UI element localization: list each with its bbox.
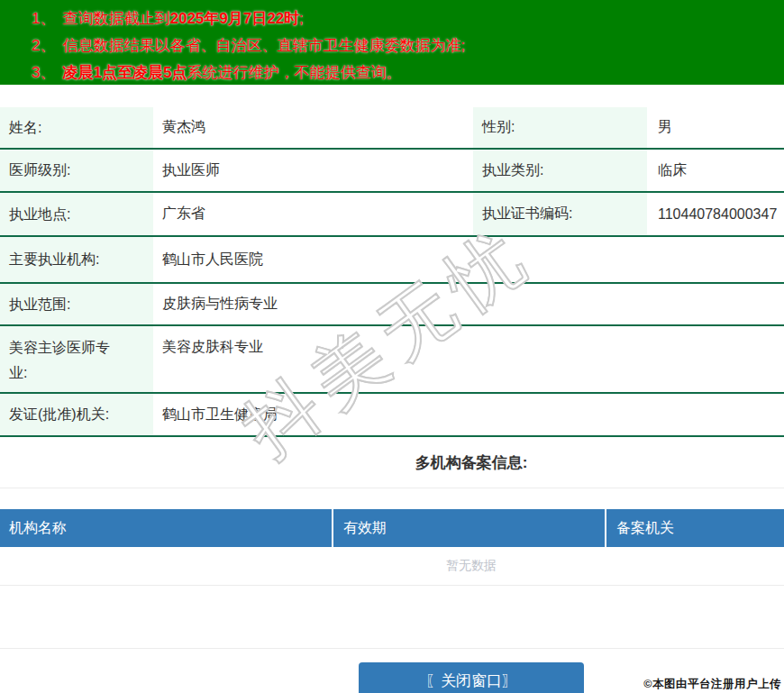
field-value-main-institution: 鹤山市人民医院 (153, 251, 784, 269)
notice-text: 信息数据结果以各省、自治区、直辖市卫生健康委数据为准; (62, 37, 465, 54)
field-value-issuing-authority: 鹤山市卫生健康局 (153, 406, 784, 424)
field-value-cert-number: 110440784000347 (647, 206, 784, 223)
table-row-name-gender: 姓名: 黄杰鸿 性别: 男 (0, 107, 784, 150)
field-value-name: 黄杰鸿 (153, 118, 473, 137)
close-window-button[interactable]: 〖关闭窗口〗 (359, 662, 584, 693)
field-label-practice-scope: 执业范围: (0, 284, 153, 324)
notice-text-bold: 凌晨1点至凌晨5点 (62, 64, 187, 81)
field-value-gender: 男 (647, 118, 784, 137)
notice-text-tail: ; (299, 10, 304, 27)
field-label-main-institution: 主要执业机构: (0, 237, 153, 282)
notice-line-number: 1、 (32, 10, 55, 27)
field-label-name: 姓名: (0, 107, 153, 148)
field-label-level: 医师级别: (0, 150, 153, 191)
field-value-practice-scope: 皮肤病与性病专业 (153, 295, 784, 314)
field-label-gender: 性别: (473, 107, 647, 148)
spacer (0, 488, 784, 509)
table-row-level-category: 医师级别: 执业医师 执业类别: 临床 (0, 150, 784, 193)
column-header-filing-authority: 备案机关 (606, 509, 784, 547)
field-label-location: 执业地点: (0, 193, 153, 235)
notice-line-3: 3、凌晨1点至凌晨5点系统进行维护，不能提供查询。 (32, 59, 784, 87)
table-row-practice-scope: 执业范围: 皮肤病与性病专业 (0, 284, 784, 326)
notice-line-number: 2、 (32, 37, 55, 54)
notice-banner: 1、查询数据截止到2025年9月7日22时; 2、信息数据结果以各省、自治区、直… (0, 0, 784, 85)
notice-text-bold: 2025年9月7日22时 (169, 10, 299, 27)
filing-section-title: 多机构备案信息: (415, 452, 528, 473)
notice-text: 查询数据截止到 (62, 10, 169, 27)
physician-profile-table: 姓名: 黄杰鸿 性别: 男 医师级别: 执业医师 执业类别: 临床 执业地点: … (0, 107, 784, 437)
notice-line-1: 1、查询数据截止到2025年9月7日22时; (32, 5, 784, 32)
notice-text-tail: 系统进行维护，不能提供查询。 (187, 64, 401, 81)
notice-line-2: 2、信息数据结果以各省、自治区、直辖市卫生健康委数据为准; (32, 32, 784, 59)
field-value-cosmetic-specialty: 美容皮肤科专业 (153, 326, 784, 357)
field-value-category: 临床 (647, 161, 784, 180)
column-header-validity-period: 有效期 (333, 509, 606, 547)
empty-data-text: 暂无数据 (446, 558, 497, 574)
field-label-issuing-authority: 发证(批准)机关: (0, 394, 153, 435)
table-row-location-certno: 执业地点: 广东省 执业证书编码: 110440784000347 (0, 193, 784, 237)
filing-section: 多机构备案信息: (0, 437, 784, 488)
table-row-issuing-authority: 发证(批准)机关: 鹤山市卫生健康局 (0, 394, 784, 437)
table-row-cosmetic-specialty: 美容主诊医师专业: 美容皮肤科专业 (0, 326, 784, 394)
field-value-level: 执业医师 (153, 161, 473, 180)
column-header-institution-name: 机构名称 (0, 509, 333, 547)
upload-attribution-text: ©本图由平台注册用户上传 (643, 677, 781, 692)
field-value-location: 广东省 (153, 205, 473, 223)
field-label-cosmetic-specialty: 美容主诊医师专业: (0, 326, 153, 392)
field-label-category: 执业类别: (473, 150, 647, 191)
physician-query-result-page: 1、查询数据截止到2025年9月7日22时; 2、信息数据结果以各省、自治区、直… (0, 0, 784, 693)
field-label-cert-number: 执业证书编码: (473, 193, 647, 235)
table-row-main-institution: 主要执业机构: 鹤山市人民医院 (0, 237, 784, 284)
notice-line-number: 3、 (32, 64, 55, 81)
filing-table-header: 机构名称 有效期 备案机关 (0, 509, 784, 547)
filing-table-empty-row: 暂无数据 (0, 547, 784, 586)
filing-table-body-blank (0, 586, 784, 649)
